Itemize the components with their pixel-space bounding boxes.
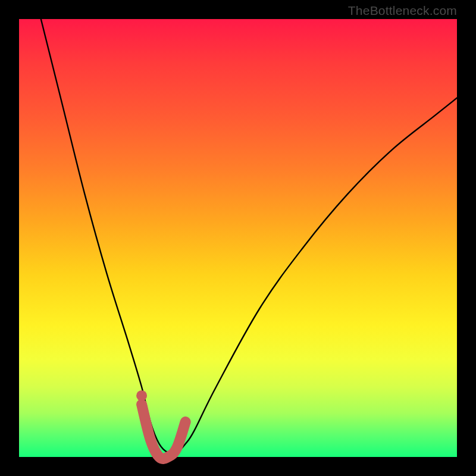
selected-range-marker bbox=[142, 405, 186, 459]
chart-frame: TheBottleneck.com bbox=[0, 0, 476, 476]
attribution-text: TheBottleneck.com bbox=[348, 4, 457, 18]
marker-dot-icon bbox=[136, 390, 147, 401]
curve-layer bbox=[19, 19, 457, 457]
plot-area bbox=[19, 19, 457, 457]
bottleneck-curve bbox=[41, 19, 457, 454]
